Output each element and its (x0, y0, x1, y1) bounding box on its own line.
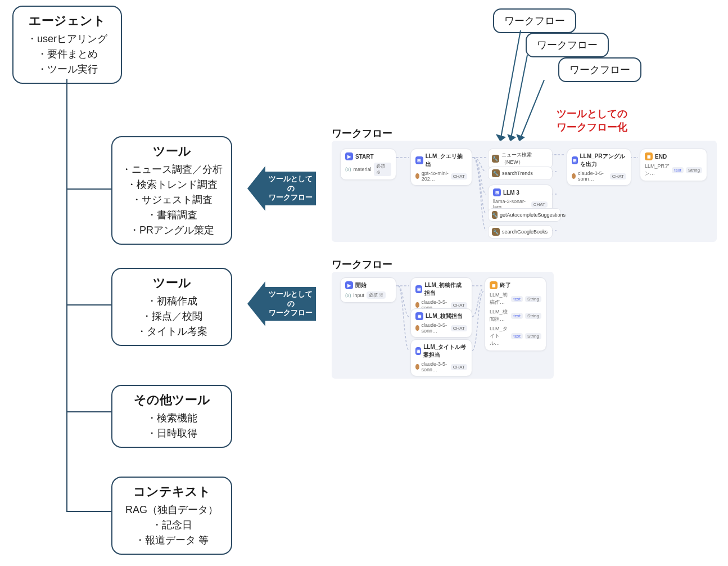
context-title: コンテキスト (120, 483, 223, 500)
agent-title: エージェント (21, 12, 113, 29)
wf1-llm3-label: LLM 3 (503, 190, 519, 196)
tool2-item-2: ・タイトル考案 (120, 324, 223, 339)
wf2-llm1-label: LLM_初稿作成担当 (424, 281, 467, 297)
llm-icon: ⊞ (493, 188, 501, 196)
arrow-1-body: ツールとしての ワークフロー (265, 172, 316, 205)
tool1-box: ツール ・ニュース調査／分析 ・検索トレンド調査 ・サジェスト調査 ・書籍調査 … (111, 136, 232, 245)
svg-marker-1 (497, 135, 505, 141)
wf2-llm2-model: claude-3-5-sonn… (422, 322, 449, 334)
llm-icon: ⊞ (415, 347, 421, 355)
tool2-item-1: ・採点／校閲 (120, 309, 223, 324)
wf-panel-1: ▶START (x)material必須 ※ ⊞LLM_クエリ抽出 gpt-4o… (332, 141, 717, 242)
other-item-0: ・検索機能 (120, 411, 223, 426)
wf1-start-tag: 必須 ※ (374, 163, 391, 176)
context-item-1: ・記念日 (120, 518, 223, 533)
end-icon: ◼ (490, 281, 498, 289)
tool2-box: ツール ・初稿作成 ・採点／校閲 ・タイトル考案 (111, 268, 232, 346)
svg-line-4 (519, 80, 544, 141)
tree-h-4 (66, 511, 111, 512)
wf2-end-row1t: text (511, 313, 523, 319)
tool2-title: ツール (120, 275, 223, 291)
wf2-llm3-node[interactable]: ⊞LLM_タイトル考案担当 claude-3-5-sonn…CHAT (410, 339, 472, 376)
arrow-head-icon (247, 166, 265, 211)
wf1-end-label: END (655, 154, 667, 160)
wf1-llm3-tag: CHAT (531, 201, 548, 208)
other-item-1: ・日時取得 (120, 426, 223, 441)
llm-icon: ⊞ (415, 156, 423, 164)
wf1-autocomplete-label: getAutocompleteSuggestions (500, 212, 566, 218)
wf1-end-subtag: text (672, 167, 684, 173)
red-annot-a: ツールとしての (557, 107, 627, 120)
arrow-2-label-b: ワークフロー (269, 308, 313, 318)
wf2-llm1-tag: CHAT (451, 302, 467, 308)
wf1-out-node[interactable]: ⊞LLM_PRアングルを出力 claude-3-5-sonn…CHAT (567, 149, 631, 186)
other-box: その他ツール ・検索機能 ・日時取得 (111, 385, 232, 448)
wf2-end-row1k: LLM_校閲担… (490, 308, 509, 323)
wf1-books-node[interactable]: 🔧searchGoogleBooks (488, 225, 553, 239)
tool1-item-0: ・ニュース調査／分析 (120, 162, 223, 177)
arrow-1-label-b: ワークフロー (269, 193, 313, 203)
wf-panel-2: ▶開始 (x)input必須 ※ ⊞LLM_初稿作成担当 claude-3-5-… (332, 272, 554, 379)
red-annot-b: ワークフロー化 (557, 120, 627, 134)
tool1-item-2: ・サジェスト調査 (120, 192, 223, 208)
wf2-end-row0t: text (511, 296, 523, 302)
model-icon (415, 302, 419, 308)
tool1-item-1: ・検索トレンド調査 (120, 177, 223, 192)
arrow-1-label-a: ツールとしての (269, 174, 313, 194)
wf1-start-node[interactable]: ▶START (x)material必須 ※ (340, 149, 396, 180)
wf2-llm3-tag: CHAT (451, 364, 467, 370)
tool-icon: 🔧 (492, 228, 500, 236)
wf2-llm3-model: claude-3-5-sonn… (422, 361, 449, 372)
wf1-llm1-label: LLM_クエリ抽出 (426, 152, 467, 168)
tool1-item-4: ・PRアングル策定 (120, 223, 223, 238)
arrow-2-label-a: ツールとしての (269, 290, 313, 309)
wf1-trends-node[interactable]: 🔧searchTrends (488, 167, 553, 180)
wf2-end-node[interactable]: ◼終了 LLM_初稿作…textString LLM_校閲担…textStrin… (485, 277, 546, 351)
end-icon: ◼ (645, 152, 653, 160)
wf-bubble-2: ワークフロー (526, 33, 609, 57)
tool1-item-3: ・書籍調査 (120, 208, 223, 223)
tree-h-3 (66, 411, 111, 412)
context-item-2: ・報道データ 等 (120, 533, 223, 548)
svg-marker-3 (508, 135, 515, 141)
model-icon (415, 325, 419, 331)
wf2-end-label: 終了 (500, 281, 511, 289)
agent-item-2: ・ツール実行 (21, 62, 113, 77)
wf1-llm-query-node[interactable]: ⊞LLM_クエリ抽出 gpt-4o-mini-202…CHAT (410, 149, 472, 186)
wf2-start-sub: input (354, 293, 365, 298)
start-icon: ▶ (345, 152, 353, 160)
wf2-llm2-node[interactable]: ⊞LLM_校閲担当 claude-3-5-sonn…CHAT (410, 308, 472, 338)
wf1-end-type: String (686, 167, 702, 173)
wf1-news-node[interactable]: 🔧ニュース検索（NEW） (488, 149, 553, 169)
wf1-start-label: START (355, 154, 374, 160)
wf2-end-row1ty: String (525, 313, 541, 319)
wf2-start-label: 開始 (355, 281, 367, 289)
wf2-llm3-label: LLM_タイトル考案担当 (423, 343, 467, 359)
tool-icon: 🔧 (492, 155, 499, 163)
wf1-out-model: claude-3-5-sonn… (578, 170, 608, 182)
context-box: コンテキスト RAG（独自データ） ・記念日 ・報道データ 等 (111, 477, 232, 555)
wf2-end-row2ty: String (525, 333, 541, 339)
wf1-end-node[interactable]: ◼END LLM_PRアン…textString (640, 149, 707, 181)
wf1-llm1-tag: CHAT (451, 173, 467, 179)
svg-marker-5 (517, 135, 524, 141)
arrow-bubble-3 (516, 80, 550, 146)
wf2-start-tag: 必須 ※ (367, 291, 386, 299)
wf2-start-node[interactable]: ▶開始 (x)input必須 ※ (340, 277, 396, 303)
wf2-end-row0ty: String (525, 296, 541, 302)
tree-h-2 (66, 304, 111, 306)
wf1-news-label: ニュース検索（NEW） (501, 151, 549, 166)
wf2-llm2-tag: CHAT (451, 325, 467, 331)
wf-label-2: ワークフロー (332, 258, 392, 271)
other-title: その他ツール (120, 392, 223, 408)
arrow-tool-as-workflow-1: ツールとしての ワークフロー (247, 166, 316, 211)
context-item-0: RAG（独自データ） (120, 502, 223, 518)
wf2-end-row2t: text (511, 333, 523, 339)
arrow-tool-as-workflow-2: ツールとしての ワークフロー (247, 281, 316, 326)
agent-item-0: ・userヒアリング (21, 32, 113, 47)
start-icon: ▶ (345, 281, 353, 289)
tool-icon: 🔧 (492, 169, 500, 177)
tool-icon: 🔧 (492, 211, 498, 219)
llm-icon: ⊞ (415, 312, 423, 320)
wf1-autocomplete-node[interactable]: 🔧getAutocompleteSuggestions (488, 208, 561, 222)
